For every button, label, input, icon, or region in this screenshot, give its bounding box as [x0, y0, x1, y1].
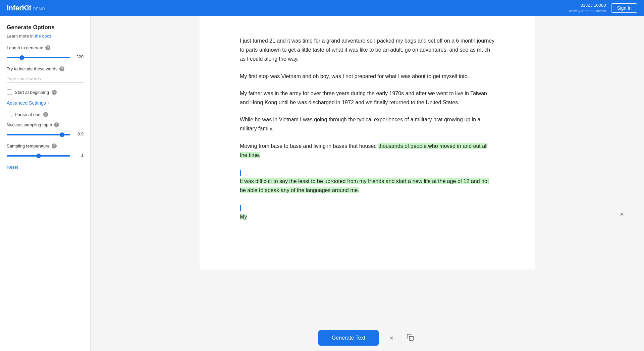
paragraph-3-text: My father was in the army for over three… — [240, 91, 487, 105]
nucleus-help-icon[interactable]: ? — [54, 122, 59, 127]
length-group: Length to generate ? 220 — [7, 45, 84, 60]
paragraph-1-text: I just turned 21 and it was time for a g… — [240, 38, 494, 62]
pause-at-end-label: Pause at end — [15, 112, 41, 117]
pause-at-end-checkbox[interactable] — [7, 112, 12, 117]
svg-rect-0 — [409, 336, 413, 340]
include-words-help-icon[interactable]: ? — [59, 66, 64, 71]
cursor-bar — [240, 170, 241, 176]
sampling-slider[interactable] — [7, 155, 70, 157]
copy-icon — [407, 334, 414, 343]
sampling-label: Sampling temperature ? — [7, 143, 84, 149]
paragraph-6-generated: It was difficult to say the least to be … — [240, 178, 489, 193]
include-words-label: Try to include these words ? — [7, 66, 84, 71]
length-value: 220 — [73, 54, 84, 59]
docs-link[interactable]: the docs. — [35, 34, 53, 39]
paragraph-6: It was difficult to say the least to be … — [240, 168, 495, 195]
dismiss-icon: × — [389, 334, 393, 342]
paragraph-7: My — [240, 203, 495, 221]
start-at-beginning-checkbox[interactable] — [7, 90, 12, 95]
text-editor[interactable]: I just turned 21 and it was time for a g… — [200, 16, 535, 270]
paragraph-3: My father was in the army for over three… — [240, 89, 495, 107]
nucleus-slider-container — [7, 131, 70, 137]
demo-badge: DEMO — [33, 7, 45, 11]
length-help-icon[interactable]: ? — [45, 45, 50, 50]
paragraph-2: My first stop was Vietnam and oh boy, wa… — [240, 72, 495, 81]
length-slider-row: 220 — [7, 54, 84, 60]
content-close-button[interactable]: × — [620, 211, 624, 218]
nucleus-value: 0.9 — [73, 131, 84, 136]
sampling-slider-container — [7, 152, 70, 158]
dismiss-button[interactable]: × — [385, 332, 397, 344]
char-count: 8332 / 10000 weekly free characters — [569, 2, 606, 14]
logo-text: InferKit — [7, 4, 31, 12]
paragraph-5-normal: Moving from base to base and living in b… — [240, 143, 378, 149]
learn-more: Learn more in the docs. — [7, 34, 84, 39]
paragraph-2-text: My first stop was Vietnam and oh boy, wa… — [240, 73, 469, 79]
logo-area: InferKit DEMO — [7, 4, 45, 12]
start-at-beginning-help-icon[interactable]: ? — [52, 90, 57, 95]
advanced-arrow-icon: ↓ — [47, 101, 49, 105]
char-count-sub: weekly free characters — [569, 8, 606, 13]
reset-button[interactable]: Reset — [7, 165, 18, 170]
cursor-bar-2 — [240, 205, 241, 211]
length-slider[interactable] — [7, 57, 70, 58]
length-label: Length to generate ? — [7, 45, 84, 50]
paragraph-1: I just turned 21 and it was time for a g… — [240, 36, 495, 64]
paragraph-4-text: While he was in Vietnam I was going thro… — [240, 117, 480, 131]
header: InferKit DEMO 8332 / 10000 weekly free c… — [0, 0, 644, 16]
main-layout: Generate Options Learn more in the docs.… — [0, 16, 644, 351]
sidebar-title: Generate Options — [7, 24, 84, 31]
nucleus-slider[interactable] — [7, 134, 70, 135]
pause-at-end-row: Pause at end ? — [7, 112, 84, 117]
length-slider-container — [7, 54, 70, 60]
nucleus-group: Nucleus sampling top p ? 0.9 — [7, 122, 84, 137]
sidebar: Generate Options Learn more in the docs.… — [0, 16, 91, 351]
sampling-value: 1 — [73, 153, 84, 158]
advanced-settings-toggle[interactable]: Advanced Settings ↓ — [7, 100, 49, 106]
content-wrapper: I just turned 21 and it was time for a g… — [91, 16, 644, 351]
nucleus-label: Nucleus sampling top p ? — [7, 122, 84, 127]
start-at-beginning-label: Start at beginning — [15, 90, 49, 95]
paragraph-5: Moving from base to base and living in b… — [240, 141, 495, 160]
include-words-input[interactable] — [7, 75, 84, 83]
paragraph-4: While he was in Vietnam I was going thro… — [240, 115, 495, 133]
paragraph-7-generated: My — [240, 214, 247, 220]
sampling-slider-row: 1 — [7, 152, 84, 158]
char-count-main: 8332 / 10000 — [569, 2, 606, 8]
copy-button[interactable] — [404, 332, 416, 344]
sampling-help-icon[interactable]: ? — [52, 143, 57, 149]
sampling-group: Sampling temperature ? 1 — [7, 143, 84, 158]
generate-text-button[interactable]: Generate Text — [318, 330, 379, 346]
nucleus-slider-row: 0.9 — [7, 131, 84, 137]
sign-in-button[interactable]: Sign In — [611, 3, 637, 13]
include-words-group: Try to include these words ? — [7, 66, 84, 83]
pause-at-end-help-icon[interactable]: ? — [43, 112, 48, 117]
header-right: 8332 / 10000 weekly free characters Sign… — [569, 2, 637, 14]
bottom-bar: Generate Text × — [91, 325, 644, 351]
start-at-beginning-row: Start at beginning ? — [7, 90, 84, 95]
